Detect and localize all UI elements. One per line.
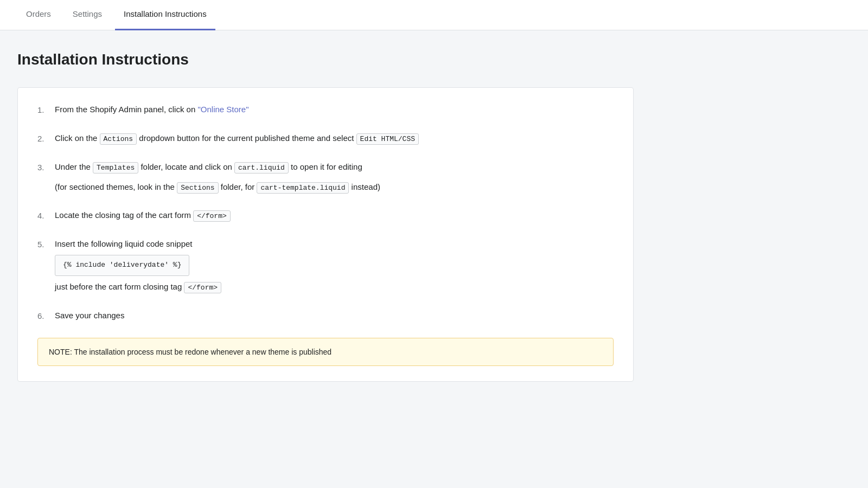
step-3-subline: (for sectioned themes, look in the Secti…	[55, 181, 614, 194]
step-6-content: Save your changes	[55, 309, 614, 322]
step-2-text-before: Click on the	[55, 133, 100, 143]
step-2-code2: Edit HTML/CSS	[356, 133, 419, 145]
step-3-sub-after: instead)	[349, 182, 380, 191]
step-6: 6. Save your changes	[37, 309, 614, 323]
step-3-sub-before: (for sectioned themes, look in the	[55, 182, 177, 191]
step-6-text-before: Save your changes	[55, 311, 124, 320]
step-5-content: Insert the following liquid code snippet…	[55, 237, 614, 294]
step-2-content: Click on the Actions dropdown button for…	[55, 132, 614, 145]
step-5-code2: </form>	[184, 282, 221, 293]
step-4-number: 4.	[37, 209, 55, 222]
tab-installation[interactable]: Installation Instructions	[115, 0, 215, 30]
step-3-code1: Templates	[93, 162, 138, 174]
step-3-content: Under the Templates folder, locate and c…	[55, 160, 614, 194]
step-2: 2. Click on the Actions dropdown button …	[37, 132, 614, 145]
step-3-sub-middle: folder, for	[219, 182, 257, 191]
step-6-number: 6.	[37, 309, 55, 323]
step-4-code1: </form>	[193, 210, 231, 222]
step-1-content: From the Shopify Admin panel, click on "…	[55, 103, 614, 116]
step-5-text-before: Insert the following liquid code snippet	[55, 239, 193, 248]
step-4: 4. Locate the closing tag of the cart fo…	[37, 209, 614, 222]
step-3-text-after: to open it for editing	[289, 162, 362, 171]
step-1: 1. From the Shopify Admin panel, click o…	[37, 103, 614, 117]
step-1-text-before: From the Shopify Admin panel, click on	[55, 105, 197, 114]
step-3: 3. Under the Templates folder, locate an…	[37, 160, 614, 194]
tabs-bar: Orders Settings Installation Instruction…	[0, 0, 868, 30]
step-3-text-middle: folder, locate and click on	[138, 162, 234, 171]
step-3-text-before: Under the	[55, 162, 93, 171]
tab-settings[interactable]: Settings	[64, 0, 111, 30]
step-2-code1: Actions	[100, 133, 137, 145]
online-store-link[interactable]: "Online Store"	[197, 105, 248, 114]
step-3-code2: cart.liquid	[234, 162, 289, 174]
step-3-sub-code1: Sections	[177, 182, 218, 194]
step-3-sub-code2: cart-template.liquid	[257, 182, 349, 194]
step-4-content: Locate the closing tag of the cart form …	[55, 209, 614, 222]
step-5-code-block: {% include 'deliverydate' %}	[55, 255, 189, 276]
instructions-container: 1. From the Shopify Admin panel, click o…	[17, 87, 634, 382]
step-2-text-middle: dropdown button for the current publishe…	[137, 133, 356, 143]
step-5: 5. Insert the following liquid code snip…	[37, 237, 614, 294]
main-content: Installation Instructions 1. From the Sh…	[0, 30, 651, 414]
note-box: NOTE: The installation process must be r…	[37, 338, 614, 366]
page-title: Installation Instructions	[17, 48, 634, 72]
tab-orders[interactable]: Orders	[17, 0, 60, 30]
note-text: NOTE: The installation process must be r…	[49, 348, 331, 356]
step-4-text-before: Locate the closing tag of the cart form	[55, 210, 193, 220]
step-1-number: 1.	[37, 103, 55, 117]
step-2-number: 2.	[37, 132, 55, 145]
step-5-text-after-block: just before the cart form closing tag	[55, 282, 184, 291]
step-3-number: 3.	[37, 160, 55, 174]
step-5-number: 5.	[37, 237, 55, 251]
